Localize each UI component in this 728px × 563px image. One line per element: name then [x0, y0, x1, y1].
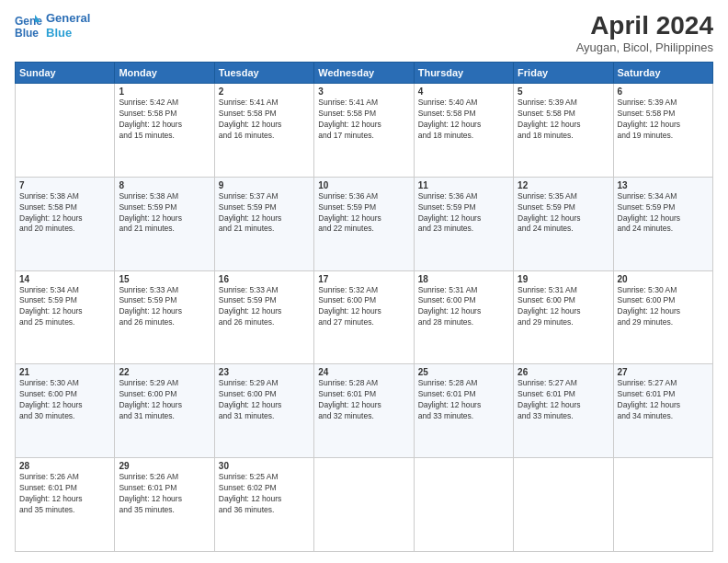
- cell-content: Sunrise: 5:41 AMSunset: 5:58 PMDaylight:…: [318, 98, 409, 142]
- cell-line: Sunset: 6:01 PM: [318, 389, 376, 398]
- day-number: 10: [318, 180, 409, 190]
- cell-line: Sunset: 5:58 PM: [318, 109, 376, 118]
- cell-line: Daylight: 12 hours: [219, 213, 282, 223]
- calendar-week-row: 21Sunrise: 5:30 AMSunset: 6:00 PMDayligh…: [16, 364, 713, 458]
- cell-line: and 15 minutes.: [119, 131, 174, 140]
- cell-content: Sunrise: 5:26 AMSunset: 6:01 PMDaylight:…: [119, 472, 210, 516]
- cell-content: Sunrise: 5:38 AMSunset: 5:59 PMDaylight:…: [119, 191, 210, 236]
- cell-line: Sunrise: 5:26 AM: [119, 472, 178, 481]
- cell-content: Sunrise: 5:36 AMSunset: 5:59 PMDaylight:…: [418, 191, 509, 236]
- calendar-cell: 10Sunrise: 5:36 AMSunset: 5:59 PMDayligh…: [314, 177, 414, 270]
- cell-line: Daylight: 12 hours: [518, 120, 581, 129]
- cell-line: Sunset: 5:59 PM: [19, 295, 77, 304]
- cell-line: Sunrise: 5:34 AM: [19, 285, 79, 294]
- cell-content: Sunrise: 5:29 AMSunset: 6:00 PMDaylight:…: [219, 378, 310, 422]
- weekday-header-cell: Saturday: [613, 63, 712, 84]
- weekday-header-cell: Wednesday: [314, 63, 414, 84]
- calendar-cell: 14Sunrise: 5:34 AMSunset: 5:59 PMDayligh…: [16, 270, 115, 364]
- calendar-cell: 13Sunrise: 5:34 AMSunset: 5:59 PMDayligh…: [613, 177, 712, 270]
- cell-line: and 16 minutes.: [219, 131, 274, 140]
- calendar-cell: 7Sunrise: 5:38 AMSunset: 5:58 PMDaylight…: [16, 177, 115, 270]
- cell-line: and 21 minutes.: [219, 224, 274, 233]
- day-number: 29: [119, 461, 210, 471]
- cell-line: Daylight: 12 hours: [618, 400, 681, 409]
- cell-line: Sunrise: 5:27 AM: [518, 378, 577, 387]
- calendar-cell: 4Sunrise: 5:40 AMSunset: 5:58 PMDaylight…: [414, 84, 513, 178]
- cell-content: Sunrise: 5:25 AMSunset: 6:02 PMDaylight:…: [219, 472, 310, 516]
- cell-line: Sunset: 5:59 PM: [219, 295, 277, 304]
- weekday-header-cell: Sunday: [16, 63, 115, 84]
- cell-line: Sunset: 5:59 PM: [119, 295, 176, 304]
- calendar-cell: 2Sunrise: 5:41 AMSunset: 5:58 PMDaylight…: [214, 84, 313, 178]
- logo: General Blue General Blue: [15, 11, 90, 40]
- calendar-cell: 27Sunrise: 5:27 AMSunset: 6:01 PMDayligh…: [613, 364, 712, 458]
- cell-content: Sunrise: 5:35 AMSunset: 5:59 PMDaylight:…: [518, 191, 609, 236]
- day-number: 28: [19, 461, 110, 471]
- day-number: 18: [418, 274, 509, 284]
- cell-line: Daylight: 12 hours: [618, 213, 681, 223]
- calendar-cell: [613, 458, 712, 552]
- cell-line: Sunrise: 5:41 AM: [318, 98, 378, 107]
- calendar-cell: [414, 458, 513, 552]
- cell-line: Sunset: 5:59 PM: [119, 202, 176, 212]
- cell-content: Sunrise: 5:32 AMSunset: 6:00 PMDaylight:…: [318, 285, 409, 329]
- day-number: 16: [219, 274, 310, 284]
- cell-content: Sunrise: 5:39 AMSunset: 5:58 PMDaylight:…: [618, 98, 709, 142]
- day-number: 9: [219, 180, 310, 190]
- title-block: April 2024 Ayugan, Bicol, Philippines: [576, 11, 713, 54]
- day-number: 4: [418, 86, 509, 97]
- cell-line: Sunset: 5:58 PM: [119, 109, 176, 118]
- cell-line: Daylight: 12 hours: [119, 306, 182, 316]
- cell-content: Sunrise: 5:36 AMSunset: 5:59 PMDaylight:…: [318, 191, 409, 236]
- cell-content: Sunrise: 5:34 AMSunset: 5:59 PMDaylight:…: [19, 285, 110, 329]
- cell-line: Sunrise: 5:38 AM: [19, 191, 79, 201]
- calendar-week-row: 7Sunrise: 5:38 AMSunset: 5:58 PMDaylight…: [16, 177, 713, 270]
- cell-line: Daylight: 12 hours: [518, 306, 581, 316]
- calendar-table: SundayMondayTuesdayWednesdayThursdayFrid…: [15, 62, 713, 552]
- cell-line: Daylight: 12 hours: [418, 400, 482, 409]
- cell-line: Sunset: 5:58 PM: [219, 109, 277, 118]
- month-title: April 2024: [576, 11, 713, 40]
- calendar-cell: 22Sunrise: 5:29 AMSunset: 6:00 PMDayligh…: [115, 364, 214, 458]
- cell-content: Sunrise: 5:28 AMSunset: 6:01 PMDaylight:…: [318, 378, 409, 422]
- calendar-cell: 3Sunrise: 5:41 AMSunset: 5:58 PMDaylight…: [314, 84, 414, 178]
- day-number: 20: [618, 274, 709, 284]
- cell-line: Daylight: 12 hours: [219, 494, 282, 503]
- day-number: 5: [518, 86, 609, 97]
- calendar-cell: 15Sunrise: 5:33 AMSunset: 5:59 PMDayligh…: [115, 270, 214, 364]
- calendar-cell: [16, 84, 115, 178]
- cell-line: and 20 minutes.: [19, 224, 74, 233]
- cell-content: Sunrise: 5:30 AMSunset: 6:00 PMDaylight:…: [19, 378, 110, 422]
- day-number: 3: [318, 86, 409, 97]
- cell-content: Sunrise: 5:30 AMSunset: 6:00 PMDaylight:…: [618, 285, 709, 329]
- calendar-week-row: 28Sunrise: 5:26 AMSunset: 6:01 PMDayligh…: [16, 458, 713, 552]
- calendar-body: 1Sunrise: 5:42 AMSunset: 5:58 PMDaylight…: [16, 84, 713, 552]
- calendar-cell: 9Sunrise: 5:37 AMSunset: 5:59 PMDaylight…: [214, 177, 313, 270]
- day-number: 14: [19, 274, 110, 284]
- cell-line: Sunrise: 5:41 AM: [219, 98, 279, 107]
- cell-line: Sunrise: 5:37 AM: [219, 191, 279, 201]
- day-number: 24: [318, 367, 409, 377]
- cell-line: Sunrise: 5:29 AM: [119, 378, 178, 387]
- cell-content: Sunrise: 5:42 AMSunset: 5:58 PMDaylight:…: [119, 98, 210, 142]
- cell-line: and 24 minutes.: [618, 224, 673, 233]
- cell-line: Daylight: 12 hours: [418, 120, 482, 129]
- cell-line: and 18 minutes.: [518, 131, 573, 140]
- cell-content: Sunrise: 5:40 AMSunset: 5:58 PMDaylight:…: [418, 98, 509, 142]
- day-number: 19: [518, 274, 609, 284]
- cell-line: and 35 minutes.: [119, 505, 174, 514]
- cell-line: Daylight: 12 hours: [119, 120, 182, 129]
- cell-line: Sunrise: 5:38 AM: [119, 191, 178, 201]
- cell-line: Sunrise: 5:36 AM: [418, 191, 478, 201]
- cell-line: and 17 minutes.: [318, 131, 373, 140]
- calendar-cell: 8Sunrise: 5:38 AMSunset: 5:59 PMDaylight…: [115, 177, 214, 270]
- cell-line: and 24 minutes.: [518, 224, 573, 233]
- cell-line: Daylight: 12 hours: [119, 494, 182, 503]
- logo-text: General: [46, 11, 90, 26]
- cell-content: Sunrise: 5:26 AMSunset: 6:01 PMDaylight:…: [19, 472, 110, 516]
- calendar-cell: 26Sunrise: 5:27 AMSunset: 6:01 PMDayligh…: [514, 364, 613, 458]
- day-number: 6: [618, 86, 709, 97]
- cell-line: Daylight: 12 hours: [518, 400, 581, 409]
- cell-content: Sunrise: 5:41 AMSunset: 5:58 PMDaylight:…: [219, 98, 310, 142]
- cell-line: Sunset: 6:00 PM: [318, 295, 376, 304]
